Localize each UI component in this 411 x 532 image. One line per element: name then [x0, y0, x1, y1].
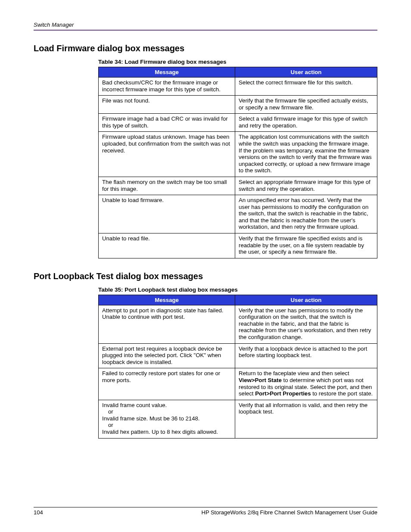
table-row: Failed to correctly restore port states …	[99, 368, 377, 400]
table-port-loopback: Message User action Attempt to put port …	[98, 295, 377, 439]
table-row: Invalid frame count value. or Invalid fr…	[99, 400, 377, 438]
caption-prefix: Table 35:	[98, 286, 125, 293]
table-row: Unable to read file. Verify that the fir…	[99, 233, 377, 258]
col-header-user-action: User action	[235, 67, 377, 78]
col-header-message: Message	[99, 67, 235, 78]
cell-action: The application lost communications with…	[235, 132, 377, 177]
footer-rule	[34, 507, 377, 507]
cell-message: Unable to load firmware.	[99, 195, 235, 233]
col-header-user-action: User action	[235, 295, 377, 305]
table35-caption: Table 35: Port Loopback test dialog box …	[34, 286, 377, 293]
text-or: or	[102, 422, 231, 429]
col-header-message: Message	[99, 295, 235, 305]
caption-text: Load Firmware dialog box messages	[125, 59, 226, 65]
text-or: or	[102, 408, 231, 415]
cell-message: The flash memory on the switch may be to…	[99, 177, 235, 195]
cell-action: Verify that all information is valid, an…	[235, 400, 377, 438]
cell-action: Verify that the firmware file specified …	[235, 233, 377, 258]
cell-action: Verify that a loopback device is attache…	[235, 343, 377, 368]
caption-text: Port Loopback test dialog box messages	[125, 286, 238, 293]
header-rule	[34, 30, 377, 31]
text: Return to the faceplate view and then se…	[239, 370, 349, 376]
section-title-port-loopback: Port Loopback Test dialog box messages	[34, 271, 377, 281]
section-title-load-firmware: Load Firmware dialog box messages	[34, 44, 377, 53]
page-footer: 104 HP StorageWorks 2/8q Fibre Channel S…	[34, 507, 377, 516]
table-row: External port test requires a loopback d…	[99, 343, 377, 368]
text: Invalid hex pattern. Up to 8 hex digits …	[102, 429, 218, 435]
cell-message: Firmware image had a bad CRC or was inva…	[99, 114, 235, 132]
text: Invalid frame size. Must be 36 to 2148.	[102, 415, 200, 422]
cell-action: Select an appropriate firmware image for…	[235, 177, 377, 195]
running-head: Switch Manager	[34, 22, 377, 28]
cell-action: Select the correct firmware file for thi…	[235, 78, 377, 96]
doc-title: HP StorageWorks 2/8q Fibre Channel Switc…	[202, 509, 378, 516]
menu-path: Port>Port Properties	[255, 390, 311, 397]
cell-message: Unable to read file.	[99, 233, 235, 258]
cell-message: Firmware upload status unknown. Image ha…	[99, 132, 235, 177]
table34-caption: Table 34: Load Firmware dialog box messa…	[34, 59, 377, 65]
cell-message: Bad checksum/CRC for the firmware image …	[99, 78, 235, 96]
page-number: 104	[34, 509, 43, 516]
table-row: Bad checksum/CRC for the firmware image …	[99, 78, 377, 96]
table-load-firmware: Message User action Bad checksum/CRC for…	[98, 67, 377, 258]
table-row: Unable to load firmware. An unspecified …	[99, 195, 377, 233]
cell-message: External port test requires a loopback d…	[99, 343, 235, 368]
cell-message: Invalid frame count value. or Invalid fr…	[99, 400, 235, 438]
text: Invalid frame count value.	[102, 402, 167, 408]
table-row: Firmware upload status unknown. Image ha…	[99, 132, 377, 177]
caption-prefix: Table 34:	[98, 59, 125, 65]
menu-path: View>Port State	[239, 377, 282, 383]
table-row: Attempt to put port in diagnostic state …	[99, 305, 377, 343]
cell-action: An unspecified error has occurred. Verif…	[235, 195, 377, 233]
cell-action: Verify that the firmware file specified …	[235, 96, 377, 114]
cell-action: Verify that the user has permissions to …	[235, 305, 377, 343]
cell-action: Select a valid firmware image for this t…	[235, 114, 377, 132]
cell-message: Attempt to put port in diagnostic state …	[99, 305, 235, 343]
table-row: The flash memory on the switch may be to…	[99, 177, 377, 195]
table-row: Firmware image had a bad CRC or was inva…	[99, 114, 377, 132]
cell-message: Failed to correctly restore port states …	[99, 368, 235, 400]
text: to restore the port state.	[311, 390, 373, 397]
table-row: File was not found. Verify that the firm…	[99, 96, 377, 114]
cell-message: File was not found.	[99, 96, 235, 114]
cell-action: Return to the faceplate view and then se…	[235, 368, 377, 400]
